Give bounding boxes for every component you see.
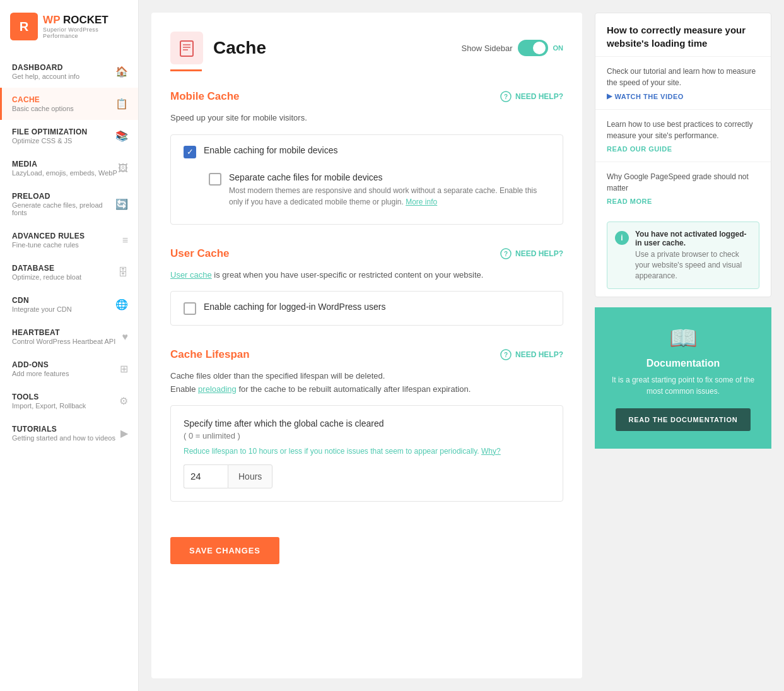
wp-rocket-logo: R [10, 11, 38, 42]
preload-icon: 🔄 [115, 198, 128, 210]
page-title: Cache [213, 38, 266, 58]
page-icon [170, 32, 203, 64]
user-caching-option: Enable caching for logged-in WordPress u… [170, 291, 563, 326]
rs-warning: i You have not activated logged-in user … [607, 221, 759, 289]
sidebar-item-cdn[interactable]: CDN Integrate your CDN 🌐 [0, 288, 138, 321]
mobile-cache-title: Mobile Cache [170, 90, 240, 103]
rs-docs-title: Documentation [607, 358, 759, 369]
sidebar-toggle-label: Show Sidebar [462, 44, 513, 53]
docs-book-icon: 📖 [607, 325, 759, 351]
file-optimization-icon: 📚 [115, 130, 128, 142]
user-cache-header: User Cache ? NEED HELP? [170, 247, 563, 260]
section-cache-lifespan: Cache Lifespan ? NEED HELP? Cache files … [170, 348, 563, 502]
user-caching-checkbox[interactable] [184, 302, 196, 315]
lifespan-box-subtitle: ( 0 = unlimited ) [184, 431, 550, 440]
rs-item-0: Check our tutorial and learn how to meas… [595, 56, 771, 109]
lifespan-warning: Reduce lifespan to 10 hours or less if y… [184, 447, 550, 456]
database-icon: 🗄 [118, 267, 128, 278]
rs-warning-desc: Use a private browser to check your webs… [635, 249, 751, 281]
preloading-link[interactable]: preloading [198, 384, 237, 394]
sidebar-item-preload[interactable]: PRELOAD Generate cache files, preload fo… [0, 184, 138, 224]
page-divider [170, 69, 202, 71]
cache-lifespan-title: Cache Lifespan [170, 348, 250, 361]
separate-cache-more-info[interactable]: More info [406, 198, 437, 206]
sidebar-item-cache[interactable]: CACHE Basic cache options 📋 [0, 88, 138, 120]
sidebar-item-database[interactable]: DATABASE Optimize, reduce bloat 🗄 [0, 256, 138, 288]
sidebar-item-dashboard[interactable]: DASHBOARD Get help, account info 🏠 [0, 56, 138, 88]
toggle-switch[interactable] [518, 40, 548, 56]
rs-main-card: How to correctly measure your website's … [595, 13, 771, 297]
lifespan-unit: Hours [228, 464, 272, 488]
cache-icon: 📋 [115, 98, 128, 110]
sidebar-item-media[interactable]: MEDIA LazyLoad, emojis, embeds, WebP 🖼 [0, 152, 138, 184]
cdn-icon: 🌐 [115, 298, 128, 310]
rs-item-2: Why Google PageSpeed grade should not ma… [595, 162, 771, 214]
user-cache-need-help[interactable]: ? NEED HELP? [500, 248, 563, 259]
sidebar-item-heartbeat[interactable]: HEARTBEAT Control WordPress Heartbeat AP… [0, 321, 138, 353]
section-mobile-cache: Mobile Cache ? NEED HELP? Speed up your … [170, 90, 563, 225]
cache-lifespan-need-help[interactable]: ? NEED HELP? [500, 349, 563, 360]
cache-lifespan-header: Cache Lifespan ? NEED HELP? [170, 348, 563, 361]
why-link[interactable]: Why? [481, 447, 501, 456]
page-header-left: Cache [170, 32, 266, 64]
media-icon: 🖼 [118, 163, 128, 174]
read-guide-link[interactable]: READ OUR GUIDE [607, 145, 759, 153]
watch-video-link[interactable]: ▶ WATCH THE VIDEO [607, 92, 759, 100]
svg-text:?: ? [504, 351, 508, 358]
svg-text:?: ? [504, 93, 508, 100]
user-caching-label[interactable]: Enable caching for logged-in WordPress u… [204, 302, 385, 312]
logo-title: WP ROCKET [43, 14, 128, 27]
main-wrap: Cache Show Sidebar ON Mobile Cache ? NEE… [139, 0, 784, 691]
help-icon-3: ? [500, 349, 512, 360]
mobile-caching-option: ✓ Enable caching for mobile devices Sepa… [170, 134, 563, 225]
rs-card-title: How to correctly measure your website's … [595, 13, 771, 56]
sidebar-item-tools[interactable]: TOOLS Import, Export, Rollback ⚙ [0, 385, 138, 417]
rs-warning-title: You have not activated logged-in user ca… [635, 230, 751, 247]
user-cache-link[interactable]: User cache [170, 270, 212, 280]
toggle-slider [518, 40, 548, 56]
main-content: Cache Show Sidebar ON Mobile Cache ? NEE… [151, 13, 582, 678]
toggle-state-label: ON [553, 44, 564, 52]
read-documentation-button[interactable]: READ THE DOCUMENTATION [616, 408, 750, 431]
tutorials-icon: ▶ [120, 427, 128, 439]
mobile-cache-need-help[interactable]: ? NEED HELP? [500, 91, 563, 102]
cache-page-icon [178, 39, 196, 57]
mobile-cache-header: Mobile Cache ? NEED HELP? [170, 90, 563, 103]
separate-cache-option: Separate cache files for mobile devices … [184, 166, 550, 214]
heartbeat-icon: ♥ [122, 331, 129, 343]
help-icon-2: ? [500, 248, 512, 259]
read-more-link[interactable]: READ MORE [607, 198, 759, 205]
page-header: Cache Show Sidebar ON [170, 32, 563, 64]
separate-cache-checkbox[interactable] [209, 173, 221, 186]
sidebar: R WP ROCKET Superior WordPress Performan… [0, 0, 139, 691]
rs-item-1: Learn how to use best practices to corre… [595, 109, 771, 162]
sidebar-toggle[interactable]: Show Sidebar ON [462, 40, 563, 56]
svg-text:R: R [20, 20, 29, 33]
separate-cache-desc: Most modern themes are responsive and sh… [229, 185, 537, 208]
separate-cache-label: Separate cache files for mobile devices [229, 172, 537, 182]
sidebar-item-add-ons[interactable]: ADD-ONS Add more features ⊞ [0, 353, 138, 385]
logo: R WP ROCKET Superior WordPress Performan… [0, 0, 138, 53]
sidebar-item-tutorials[interactable]: TUTORIALS Getting started and how to vid… [0, 417, 138, 449]
lifespan-number-input[interactable] [184, 464, 228, 488]
right-sidebar: How to correctly measure your website's … [595, 13, 771, 678]
mobile-caching-label[interactable]: Enable caching for mobile devices [204, 145, 337, 155]
home-icon: 🏠 [115, 66, 128, 78]
help-icon: ? [500, 91, 512, 102]
save-changes-button[interactable]: SAVE CHANGES [170, 537, 279, 564]
mobile-caching-row: ✓ Enable caching for mobile devices [184, 145, 550, 158]
user-cache-desc: User cache is great when you have user-s… [170, 269, 563, 281]
add-ons-icon: ⊞ [120, 363, 128, 375]
rs-docs: 📖 Documentation It is a great starting p… [595, 307, 771, 449]
warning-info-icon: i [615, 231, 629, 245]
svg-rect-2 [180, 41, 193, 56]
advanced-rules-icon: ≡ [122, 235, 128, 246]
sidebar-item-file-optimization[interactable]: FILE OPTIMIZATION Optimize CSS & JS 📚 [0, 120, 138, 152]
mobile-caching-checkbox[interactable]: ✓ [184, 146, 196, 158]
sidebar-item-advanced-rules[interactable]: ADVANCED RULES Fine-tune cache rules ≡ [0, 224, 138, 256]
logo-subtitle: Superior WordPress Performance [43, 27, 128, 39]
user-cache-title: User Cache [170, 247, 230, 260]
lifespan-box: Specify time after which the global cach… [170, 405, 563, 502]
lifespan-box-title: Specify time after which the global cach… [184, 418, 550, 428]
lifespan-input-row: Hours [184, 464, 550, 488]
